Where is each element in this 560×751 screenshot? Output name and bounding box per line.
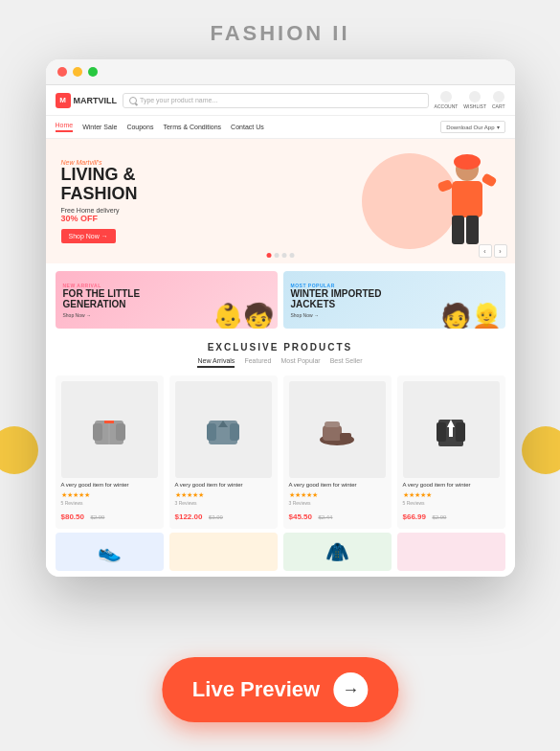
partial-product-1: 👟 [56, 533, 164, 571]
store-navbar: M MARTVILL Type your product name... ACC… [46, 85, 515, 116]
svg-rect-10 [104, 421, 114, 423]
live-preview-arrow-icon: → [333, 672, 368, 707]
tab-most-popular[interactable]: Most Popular [280, 357, 320, 368]
svg-point-1 [454, 154, 481, 170]
partial-product-2 [169, 533, 278, 571]
product-pricing-3: $45.50 $2.44 [289, 506, 386, 523]
live-preview-container: Live Preview → [162, 657, 398, 722]
page-title: FASHION II [210, 21, 349, 46]
product-image-3 [289, 381, 386, 478]
partial-icon-3: 🧥 [325, 540, 349, 563]
hero-delivery: Free Home delivery [61, 207, 120, 214]
cart-icon[interactable]: CART [492, 91, 505, 109]
hero-dot-2[interactable] [274, 253, 279, 258]
live-preview-btn[interactable]: Live Preview → [162, 657, 398, 722]
cat-coupons[interactable]: Coupons [126, 124, 153, 130]
partial-product-3: 🧥 [283, 533, 392, 571]
tab-best-seller[interactable]: Best Seller [330, 357, 363, 368]
product-stars-2: ★★★★★ [175, 491, 272, 499]
partial-icon-1: 👟 [98, 540, 122, 563]
products-section: EXCLUSIVE PRODUCTS New Arrivals Featured… [46, 336, 515, 577]
product-image-1 [61, 381, 158, 478]
browser-toolbar [46, 59, 515, 85]
svg-rect-23 [456, 422, 465, 442]
svg-rect-5 [452, 216, 464, 244]
product-grid: A very good item for winter ★★★★★ 5 Revi… [56, 376, 505, 529]
hero-subtext: Free Home delivery 30% OFF [61, 207, 214, 223]
hero-dot-1[interactable] [266, 253, 271, 258]
product-price-4: $66.99 [403, 512, 426, 521]
close-dot[interactable] [57, 67, 67, 77]
svg-rect-9 [116, 423, 125, 441]
product-image-4 [403, 381, 500, 478]
svg-rect-4 [481, 172, 497, 188]
hero-headline: LIVING & FASHION [61, 166, 214, 204]
product-card-4: A very good item for winter ★★★★★ 5 Revi… [397, 376, 505, 529]
product-stars-1: ★★★★★ [61, 491, 158, 499]
download-app-btn[interactable]: Download Our App ▾ [440, 121, 504, 133]
hero-dot-3[interactable] [281, 253, 286, 258]
search-bar[interactable]: Type your product name... [123, 93, 429, 108]
product-stars-4: ★★★★★ [403, 491, 500, 499]
product-card-1: A very good item for winter ★★★★★ 5 Revi… [56, 376, 164, 529]
svg-rect-3 [437, 179, 453, 193]
svg-rect-20 [325, 421, 340, 427]
svg-rect-19 [340, 433, 351, 441]
search-placeholder: Type your product name... [140, 97, 217, 103]
cat-terms[interactable]: Terms & Conditions [163, 124, 221, 130]
hero-cta-btn[interactable]: Shop Now → [61, 229, 116, 243]
svg-rect-13 [207, 423, 216, 441]
svg-rect-8 [93, 423, 102, 441]
product-pricing-2: $122.00 $3.99 [175, 506, 272, 523]
maximize-dot[interactable] [88, 67, 98, 77]
section-title: EXCLUSIVE PRODUCTS [56, 342, 505, 353]
hero-dot-4[interactable] [289, 253, 294, 258]
product-name-2: A very good item for winter [175, 482, 272, 489]
store-logo: M MARTVILL [56, 93, 118, 108]
page-wrapper: FASHION II M MARTVILL Type your product … [0, 0, 560, 751]
account-icon[interactable]: ACCOUNT [435, 91, 459, 109]
hero-discount: 30% OFF [61, 214, 99, 223]
minimize-dot[interactable] [73, 67, 82, 77]
product-name-1: A very good item for winter [61, 482, 158, 489]
cat-home[interactable]: Home [56, 122, 74, 132]
hero-arrows: ‹ › [479, 244, 507, 258]
wishlist-circle [469, 91, 481, 102]
promo-blue-illustration: 🧑👱 [440, 304, 502, 329]
product-original-3: $2.44 [318, 514, 332, 520]
left-decoration [0, 426, 38, 474]
download-chevron: ▾ [497, 124, 500, 130]
search-icon [129, 97, 137, 104]
hero-headline-line1: LIVING & FASHION [61, 165, 138, 203]
hero-banner: New Martvill's LIVING & FASHION Free Hom… [46, 139, 515, 263]
product-price-1: $80.50 [61, 512, 84, 521]
promo-pink-illustration: 👶🧒 [213, 304, 274, 329]
product-card-3: A very good item for winter ★★★★★ 3 Revi… [283, 376, 392, 529]
wishlist-icon[interactable]: WISHLIST [463, 91, 486, 109]
hero-prev-arrow[interactable]: ‹ [479, 244, 492, 258]
product-name-3: A very good item for winter [289, 482, 386, 489]
product-price-3: $45.50 [289, 512, 312, 521]
tab-featured[interactable]: Featured [244, 357, 271, 368]
browser-window: M MARTVILL Type your product name... ACC… [46, 59, 515, 577]
svg-rect-14 [230, 423, 239, 441]
account-label: ACCOUNT [435, 103, 459, 109]
download-label: Download Our App [446, 125, 494, 130]
partial-product-4 [397, 533, 505, 571]
wishlist-label: WISHLIST [463, 103, 486, 109]
hero-next-arrow[interactable]: › [494, 244, 507, 258]
category-nav: Home Winter Sale Coupons Terms & Conditi… [46, 116, 515, 139]
product-tabs: New Arrivals Featured Most Popular Best … [56, 357, 505, 368]
tab-new-arrivals[interactable]: New Arrivals [197, 357, 235, 368]
promo-banners: NEW ARRIVAL FOR THE LITTLEGENERATION Sho… [46, 263, 515, 336]
cart-circle [493, 91, 504, 102]
product-pricing-1: $80.50 $2.99 [61, 506, 158, 523]
svg-rect-25 [449, 427, 453, 437]
cat-contact[interactable]: Contact Us [231, 124, 264, 130]
product-image-2 [175, 381, 272, 478]
account-circle [440, 91, 452, 102]
product-pricing-4: $66.99 $2.99 [403, 506, 500, 523]
svg-rect-16 [216, 427, 230, 444]
cat-winter-sale[interactable]: Winter Sale [82, 124, 117, 130]
store-content: M MARTVILL Type your product name... ACC… [46, 85, 515, 577]
